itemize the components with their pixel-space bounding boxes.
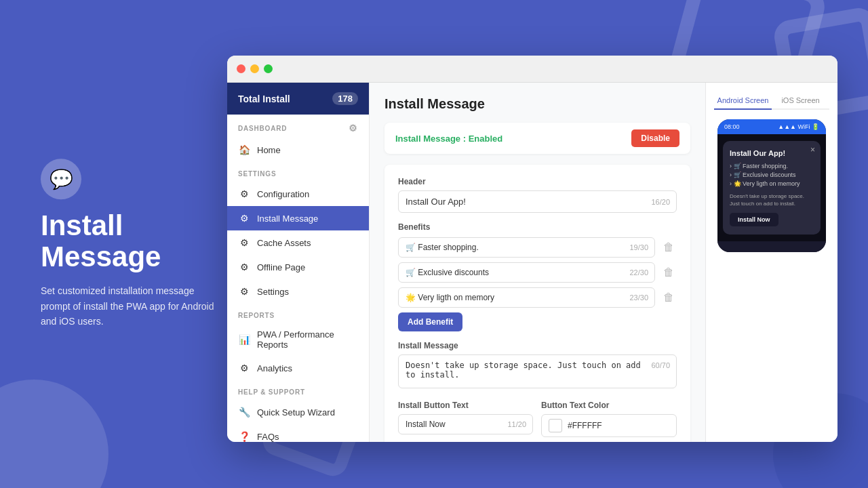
benefit-2-wrap: 22/30 xyxy=(398,262,655,283)
left-panel-icon: 💬 xyxy=(41,159,81,199)
config-icon: ⚙ xyxy=(238,188,250,200)
benefit-row-1: 19/30 🗑 xyxy=(398,237,677,258)
modal-overlay: × Install Our App! 🛒 Faster shopping. 🛒 … xyxy=(717,134,826,241)
delete-benefit-2-button[interactable]: 🗑 xyxy=(660,264,677,281)
reports-section: REPORTS xyxy=(227,304,369,323)
modal-benefit-3: 🌟 Very ligth on memory xyxy=(730,180,814,187)
home-label: Home xyxy=(257,145,281,155)
home-icon: 🏠 xyxy=(238,144,250,156)
header-input-row: 16/20 xyxy=(398,190,677,213)
close-icon: × xyxy=(810,145,815,155)
header-label: Header xyxy=(398,177,677,186)
quick-setup-label: Quick Setup Wizard xyxy=(257,407,335,418)
faqs-icon: ❓ xyxy=(238,430,250,442)
button-text-color-input[interactable] xyxy=(568,421,669,430)
benefit-row-2: 22/30 🗑 xyxy=(398,262,677,283)
window-body: Total Install 178 DASHBOARD ⚙ 🏠 Home SET… xyxy=(227,83,837,442)
sidebar-item-install-message[interactable]: ⚙ Install Message xyxy=(227,206,369,230)
header-input[interactable] xyxy=(398,190,677,213)
install-button-text-count: 11/20 xyxy=(507,420,526,428)
maximize-button[interactable] xyxy=(264,64,273,73)
delete-benefit-3-button[interactable]: 🗑 xyxy=(660,289,677,306)
install-message-count: 60/70 xyxy=(651,361,670,369)
analytics-icon: ⚙ xyxy=(238,362,250,374)
modal-benefit-2: 🛒 Exclusive discounts xyxy=(730,171,814,178)
install-message-field-label: Install Message xyxy=(398,341,677,350)
phone-footer-bar xyxy=(717,241,826,252)
tab-ios-screen[interactable]: iOS Screen xyxy=(772,92,829,108)
benefit-2-count: 22/30 xyxy=(629,268,648,277)
dashboard-section: DASHBOARD ⚙ xyxy=(227,115,369,138)
add-benefit-button[interactable]: Add Benefit xyxy=(398,312,462,331)
titlebar xyxy=(227,56,837,83)
preview-panel: Android Screen iOS Screen 08:00 ▲▲▲ WiFi… xyxy=(705,83,837,442)
disable-button[interactable]: Disable xyxy=(631,129,679,147)
button-text-color-swatch xyxy=(549,419,562,432)
button-text-color-group: Button Text Color xyxy=(541,401,677,437)
benefit-2-input[interactable] xyxy=(398,262,655,283)
help-section: HELP & SUPPORT xyxy=(227,380,369,400)
install-message-textarea[interactable] xyxy=(398,354,677,388)
install-button-text-group: Install Button Text 11/20 xyxy=(398,401,533,437)
phone-body: × Install Our App! 🛒 Faster shopping. 🛒 … xyxy=(717,134,826,241)
close-button[interactable] xyxy=(237,64,245,73)
sidebar-item-offline-page[interactable]: ⚙ Offline Page xyxy=(227,255,369,279)
button-text-color-label: Button Text Color xyxy=(541,401,677,410)
bg-circle-left xyxy=(0,380,108,488)
main-content: Install Message Install Message : Enable… xyxy=(370,83,705,442)
traffic-lights xyxy=(237,64,273,73)
modal-description: Doesn't take up storage space. Just touc… xyxy=(730,192,814,207)
total-install-count: 178 xyxy=(332,92,358,105)
form-card: Header 16/20 Benefits 19/30 🗑 xyxy=(384,165,690,442)
install-message-wrap: 60/70 xyxy=(398,354,677,391)
pwa-reports-label: PWA / Performance Reports xyxy=(257,329,358,350)
settings-section: SETTINGS xyxy=(227,162,369,182)
button-text-color-wrap[interactable] xyxy=(541,414,677,437)
benefit-1-count: 19/30 xyxy=(629,243,648,251)
quick-setup-icon: 🔧 xyxy=(238,406,250,418)
button-fields-row: Install Button Text 11/20 Button Text Co… xyxy=(398,401,677,437)
sidebar-item-quick-setup[interactable]: 🔧 Quick Setup Wizard xyxy=(227,400,369,424)
total-install-label: Total Install xyxy=(238,94,290,104)
delete-benefit-1-button[interactable]: 🗑 xyxy=(660,239,677,256)
left-panel-title: Install Message xyxy=(41,210,217,272)
settings-icon: ⚙ xyxy=(238,285,250,298)
modal-install-button: Install Now xyxy=(730,213,778,226)
sidebar-item-pwa-reports[interactable]: 📊 PWA / Performance Reports xyxy=(227,323,369,356)
sidebar-item-faqs[interactable]: ❓ FAQs xyxy=(227,424,369,442)
preview-tabs: Android Screen iOS Screen xyxy=(714,92,829,110)
sidebar-item-home[interactable]: 🏠 Home xyxy=(227,138,369,162)
benefit-1-wrap: 19/30 xyxy=(398,237,655,258)
left-panel: 💬 Install Message Set customized install… xyxy=(41,159,217,329)
modal-card: × Install Our App! 🛒 Faster shopping. 🛒 … xyxy=(723,141,821,235)
configuration-label: Configuration xyxy=(257,189,309,199)
install-message-icon: ⚙ xyxy=(238,212,250,224)
phone-time: 08:00 xyxy=(724,123,740,130)
install-button-text-wrap: 11/20 xyxy=(398,414,533,434)
install-button-text-label: Install Button Text xyxy=(398,401,533,410)
benefit-3-wrap: 23/30 xyxy=(398,287,655,308)
modal-title: Install Our App! xyxy=(730,149,814,157)
cache-icon: ⚙ xyxy=(238,237,250,249)
sidebar: Total Install 178 DASHBOARD ⚙ 🏠 Home SET… xyxy=(227,83,370,442)
analytics-label: Analytics xyxy=(257,363,292,373)
benefit-1-input[interactable] xyxy=(398,237,655,258)
sidebar-item-configuration[interactable]: ⚙ Configuration xyxy=(227,182,369,206)
offline-page-label: Offline Page xyxy=(257,262,305,272)
settings-label: Settings xyxy=(257,287,289,297)
phone-signal: ▲▲▲ WiFi 🔋 xyxy=(778,123,819,130)
benefit-3-input[interactable] xyxy=(398,287,655,308)
gear-icon[interactable]: ⚙ xyxy=(349,123,358,134)
minimize-button[interactable] xyxy=(250,64,259,73)
reports-icon: 📊 xyxy=(238,333,250,346)
phone-status-bar: 08:00 ▲▲▲ WiFi 🔋 xyxy=(717,119,826,134)
sidebar-item-settings[interactable]: ⚙ Settings xyxy=(227,279,369,304)
offline-icon: ⚙ xyxy=(238,261,250,273)
sidebar-item-cache-assets[interactable]: ⚙ Cache Assets xyxy=(227,230,369,255)
phone-mockup: 08:00 ▲▲▲ WiFi 🔋 × Install Our App! 🛒 Fa… xyxy=(717,119,826,252)
sidebar-item-analytics[interactable]: ⚙ Analytics xyxy=(227,356,369,380)
status-text: Install Message : Enabled xyxy=(395,134,502,144)
modal-benefit-1: 🛒 Faster shopping. xyxy=(730,163,814,169)
benefit-row-3: 23/30 🗑 xyxy=(398,287,677,308)
tab-android-screen[interactable]: Android Screen xyxy=(714,92,772,110)
